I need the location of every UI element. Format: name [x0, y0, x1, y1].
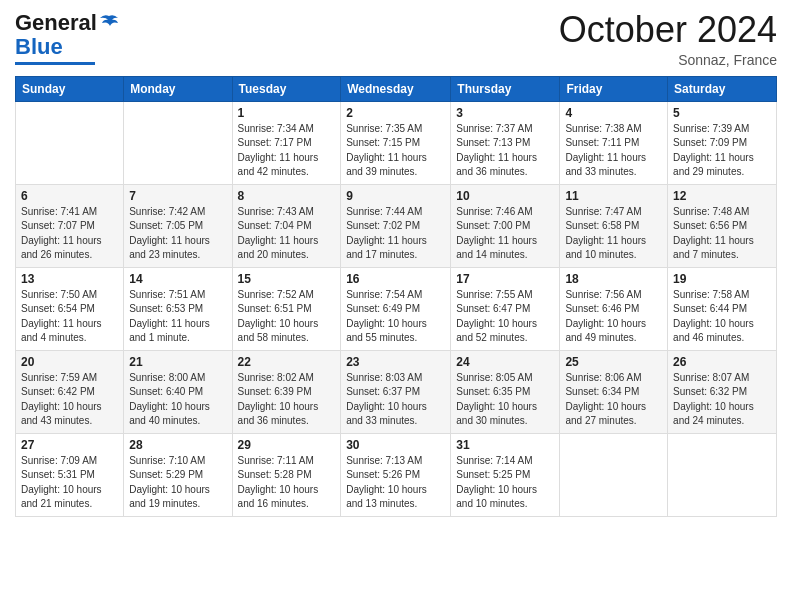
day-number: 20: [21, 355, 118, 369]
day-number: 7: [129, 189, 226, 203]
calendar-cell: 5Sunrise: 7:39 AMSunset: 7:09 PMDaylight…: [668, 101, 777, 184]
logo-general-text: General: [15, 10, 97, 36]
day-number: 24: [456, 355, 554, 369]
calendar-cell: 8Sunrise: 7:43 AMSunset: 7:04 PMDaylight…: [232, 184, 341, 267]
page: General Blue October 2024 Sonnaz, France…: [0, 0, 792, 612]
day-info: Sunrise: 7:13 AMSunset: 5:26 PMDaylight:…: [346, 454, 445, 512]
day-info: Sunrise: 7:56 AMSunset: 6:46 PMDaylight:…: [565, 288, 662, 346]
day-info: Sunrise: 7:46 AMSunset: 7:00 PMDaylight:…: [456, 205, 554, 263]
calendar-week-row: 20Sunrise: 7:59 AMSunset: 6:42 PMDayligh…: [16, 350, 777, 433]
day-info: Sunrise: 7:39 AMSunset: 7:09 PMDaylight:…: [673, 122, 771, 180]
calendar-cell: 15Sunrise: 7:52 AMSunset: 6:51 PMDayligh…: [232, 267, 341, 350]
day-number: 19: [673, 272, 771, 286]
weekday-header-wednesday: Wednesday: [341, 76, 451, 101]
day-info: Sunrise: 7:35 AMSunset: 7:15 PMDaylight:…: [346, 122, 445, 180]
calendar-week-row: 13Sunrise: 7:50 AMSunset: 6:54 PMDayligh…: [16, 267, 777, 350]
calendar-cell: 22Sunrise: 8:02 AMSunset: 6:39 PMDayligh…: [232, 350, 341, 433]
calendar-cell: [668, 433, 777, 516]
day-number: 5: [673, 106, 771, 120]
day-info: Sunrise: 7:37 AMSunset: 7:13 PMDaylight:…: [456, 122, 554, 180]
logo-bird-icon: [98, 14, 120, 32]
weekday-header-thursday: Thursday: [451, 76, 560, 101]
day-number: 13: [21, 272, 118, 286]
calendar-cell: 3Sunrise: 7:37 AMSunset: 7:13 PMDaylight…: [451, 101, 560, 184]
day-number: 26: [673, 355, 771, 369]
calendar-cell: 17Sunrise: 7:55 AMSunset: 6:47 PMDayligh…: [451, 267, 560, 350]
day-info: Sunrise: 7:58 AMSunset: 6:44 PMDaylight:…: [673, 288, 771, 346]
day-number: 23: [346, 355, 445, 369]
day-number: 28: [129, 438, 226, 452]
day-number: 9: [346, 189, 445, 203]
day-number: 31: [456, 438, 554, 452]
day-info: Sunrise: 7:09 AMSunset: 5:31 PMDaylight:…: [21, 454, 118, 512]
calendar-cell: 18Sunrise: 7:56 AMSunset: 6:46 PMDayligh…: [560, 267, 668, 350]
calendar-cell: 25Sunrise: 8:06 AMSunset: 6:34 PMDayligh…: [560, 350, 668, 433]
calendar-cell: 27Sunrise: 7:09 AMSunset: 5:31 PMDayligh…: [16, 433, 124, 516]
calendar-cell: 4Sunrise: 7:38 AMSunset: 7:11 PMDaylight…: [560, 101, 668, 184]
calendar-cell: 12Sunrise: 7:48 AMSunset: 6:56 PMDayligh…: [668, 184, 777, 267]
location: Sonnaz, France: [559, 52, 777, 68]
day-info: Sunrise: 7:34 AMSunset: 7:17 PMDaylight:…: [238, 122, 336, 180]
calendar-cell: 9Sunrise: 7:44 AMSunset: 7:02 PMDaylight…: [341, 184, 451, 267]
calendar-cell: 1Sunrise: 7:34 AMSunset: 7:17 PMDaylight…: [232, 101, 341, 184]
day-info: Sunrise: 7:41 AMSunset: 7:07 PMDaylight:…: [21, 205, 118, 263]
calendar-cell: 16Sunrise: 7:54 AMSunset: 6:49 PMDayligh…: [341, 267, 451, 350]
calendar-cell: 13Sunrise: 7:50 AMSunset: 6:54 PMDayligh…: [16, 267, 124, 350]
calendar-cell: 10Sunrise: 7:46 AMSunset: 7:00 PMDayligh…: [451, 184, 560, 267]
calendar-week-row: 6Sunrise: 7:41 AMSunset: 7:07 PMDaylight…: [16, 184, 777, 267]
day-info: Sunrise: 7:48 AMSunset: 6:56 PMDaylight:…: [673, 205, 771, 263]
day-info: Sunrise: 7:51 AMSunset: 6:53 PMDaylight:…: [129, 288, 226, 346]
day-info: Sunrise: 7:10 AMSunset: 5:29 PMDaylight:…: [129, 454, 226, 512]
day-number: 11: [565, 189, 662, 203]
calendar-cell: 11Sunrise: 7:47 AMSunset: 6:58 PMDayligh…: [560, 184, 668, 267]
day-number: 25: [565, 355, 662, 369]
day-number: 4: [565, 106, 662, 120]
calendar-cell: [16, 101, 124, 184]
day-number: 15: [238, 272, 336, 286]
day-info: Sunrise: 7:44 AMSunset: 7:02 PMDaylight:…: [346, 205, 445, 263]
day-info: Sunrise: 7:11 AMSunset: 5:28 PMDaylight:…: [238, 454, 336, 512]
logo: General Blue: [15, 10, 120, 65]
day-number: 12: [673, 189, 771, 203]
day-info: Sunrise: 8:06 AMSunset: 6:34 PMDaylight:…: [565, 371, 662, 429]
day-info: Sunrise: 7:38 AMSunset: 7:11 PMDaylight:…: [565, 122, 662, 180]
day-info: Sunrise: 7:50 AMSunset: 6:54 PMDaylight:…: [21, 288, 118, 346]
day-info: Sunrise: 7:59 AMSunset: 6:42 PMDaylight:…: [21, 371, 118, 429]
calendar-cell: 6Sunrise: 7:41 AMSunset: 7:07 PMDaylight…: [16, 184, 124, 267]
calendar-cell: [560, 433, 668, 516]
calendar-cell: 23Sunrise: 8:03 AMSunset: 6:37 PMDayligh…: [341, 350, 451, 433]
calendar-cell: 20Sunrise: 7:59 AMSunset: 6:42 PMDayligh…: [16, 350, 124, 433]
day-number: 8: [238, 189, 336, 203]
day-info: Sunrise: 8:03 AMSunset: 6:37 PMDaylight:…: [346, 371, 445, 429]
day-number: 27: [21, 438, 118, 452]
day-number: 21: [129, 355, 226, 369]
weekday-header-tuesday: Tuesday: [232, 76, 341, 101]
day-number: 14: [129, 272, 226, 286]
day-number: 18: [565, 272, 662, 286]
calendar-cell: 29Sunrise: 7:11 AMSunset: 5:28 PMDayligh…: [232, 433, 341, 516]
day-number: 29: [238, 438, 336, 452]
calendar-cell: 2Sunrise: 7:35 AMSunset: 7:15 PMDaylight…: [341, 101, 451, 184]
calendar-cell: 14Sunrise: 7:51 AMSunset: 6:53 PMDayligh…: [124, 267, 232, 350]
day-number: 3: [456, 106, 554, 120]
day-info: Sunrise: 8:02 AMSunset: 6:39 PMDaylight:…: [238, 371, 336, 429]
day-number: 10: [456, 189, 554, 203]
day-info: Sunrise: 8:07 AMSunset: 6:32 PMDaylight:…: [673, 371, 771, 429]
calendar-cell: 30Sunrise: 7:13 AMSunset: 5:26 PMDayligh…: [341, 433, 451, 516]
day-info: Sunrise: 8:05 AMSunset: 6:35 PMDaylight:…: [456, 371, 554, 429]
day-number: 2: [346, 106, 445, 120]
weekday-header-monday: Monday: [124, 76, 232, 101]
calendar-cell: 21Sunrise: 8:00 AMSunset: 6:40 PMDayligh…: [124, 350, 232, 433]
calendar-cell: 31Sunrise: 7:14 AMSunset: 5:25 PMDayligh…: [451, 433, 560, 516]
calendar-week-row: 27Sunrise: 7:09 AMSunset: 5:31 PMDayligh…: [16, 433, 777, 516]
calendar-week-row: 1Sunrise: 7:34 AMSunset: 7:17 PMDaylight…: [16, 101, 777, 184]
day-number: 6: [21, 189, 118, 203]
day-number: 22: [238, 355, 336, 369]
day-info: Sunrise: 7:47 AMSunset: 6:58 PMDaylight:…: [565, 205, 662, 263]
day-number: 30: [346, 438, 445, 452]
logo-blue-text: Blue: [15, 34, 63, 59]
logo-underline: [15, 62, 95, 65]
weekday-header-saturday: Saturday: [668, 76, 777, 101]
calendar-cell: 7Sunrise: 7:42 AMSunset: 7:05 PMDaylight…: [124, 184, 232, 267]
title-block: October 2024 Sonnaz, France: [559, 10, 777, 68]
